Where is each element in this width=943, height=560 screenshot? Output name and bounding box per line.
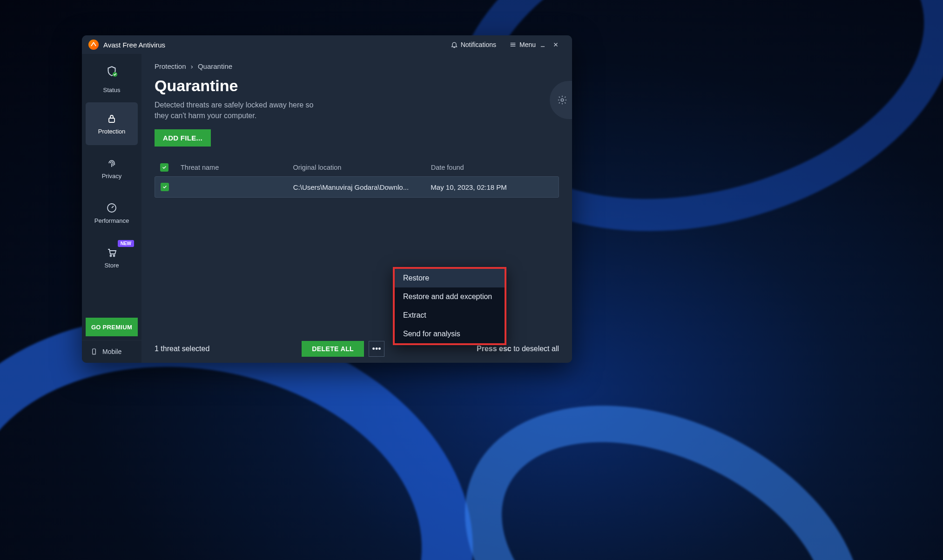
menu-label: Menu xyxy=(519,41,536,48)
menu-item-send-for-analysis[interactable]: Send for analysis xyxy=(395,325,505,343)
sidebar-item-label: Store xyxy=(104,262,119,269)
table-header: Threat name Original location Date found xyxy=(155,159,559,176)
go-premium-button[interactable]: GO PREMIUM xyxy=(86,318,138,336)
esc-hint: Press esc to deselect all xyxy=(477,345,559,353)
sidebar-item-label: Status xyxy=(103,87,121,93)
mobile-label: Mobile xyxy=(102,348,121,355)
lock-icon xyxy=(106,113,117,124)
sidebar-item-status[interactable]: Status xyxy=(86,58,138,100)
sidebar-item-protection[interactable]: Protection xyxy=(86,102,138,145)
add-file-button[interactable]: ADD FILE... xyxy=(155,129,211,147)
esc-hint-rest: to deselect all xyxy=(512,345,559,353)
notifications-label: Notifications xyxy=(461,41,496,48)
svg-rect-1 xyxy=(109,118,115,122)
select-all-checkbox[interactable] xyxy=(160,163,168,172)
sidebar-item-label: Privacy xyxy=(102,173,122,180)
svg-point-6 xyxy=(561,99,564,101)
hamburger-icon xyxy=(509,41,517,48)
shield-icon xyxy=(106,65,118,83)
sidebar-item-store[interactable]: NEW Store xyxy=(86,236,138,279)
gear-icon xyxy=(557,95,567,105)
new-badge: NEW xyxy=(118,240,134,247)
breadcrumb-parent[interactable]: Protection xyxy=(155,62,186,70)
more-actions-menu: Restore Restore and add exception Extrac… xyxy=(393,267,506,345)
breadcrumb-current: Quarantine xyxy=(198,62,232,70)
sidebar-item-label: Protection xyxy=(98,128,126,135)
svg-point-4 xyxy=(114,255,115,256)
fingerprint-icon xyxy=(106,158,117,169)
selection-count: 1 threat selected xyxy=(155,345,209,353)
svg-point-3 xyxy=(110,255,112,256)
kebab-icon: ••• xyxy=(372,344,381,354)
notifications-button[interactable]: Notifications xyxy=(447,39,500,50)
sidebar: Status Protection Privacy Performance xyxy=(82,54,141,363)
more-actions-button[interactable]: ••• xyxy=(369,341,384,357)
col-date-found[interactable]: Date found xyxy=(431,164,553,171)
menu-item-extract[interactable]: Extract xyxy=(395,306,505,325)
col-threat-name[interactable]: Threat name xyxy=(181,164,293,171)
sidebar-item-performance[interactable]: Performance xyxy=(86,192,138,234)
titlebar: Avast Free Antivirus Notifications Menu xyxy=(82,35,572,54)
main-content: Protection › Quarantine Quarantine Detec… xyxy=(141,54,572,363)
table-row[interactable]: C:\Users\Manuviraj Godara\Downlo... May … xyxy=(155,176,559,198)
breadcrumb-separator: › xyxy=(191,62,193,70)
selection-footer: 1 threat selected DELETE ALL ••• Press e… xyxy=(141,335,572,363)
app-window: Avast Free Antivirus Notifications Menu xyxy=(82,35,572,363)
menu-item-restore[interactable]: Restore xyxy=(395,269,505,287)
cell-location: C:\Users\Manuviraj Godara\Downlo... xyxy=(293,183,431,191)
mobile-icon xyxy=(90,347,98,356)
page-title: Quarantine xyxy=(155,77,559,95)
sidebar-item-label: Performance xyxy=(94,217,129,224)
window-title: Avast Free Antivirus xyxy=(103,41,165,49)
avast-logo-icon xyxy=(88,40,99,50)
bell-icon xyxy=(451,41,458,48)
sidebar-item-mobile[interactable]: Mobile xyxy=(82,340,141,363)
esc-hint-bold: Press esc xyxy=(477,345,512,353)
sidebar-item-privacy[interactable]: Privacy xyxy=(86,147,138,190)
page-description: Detected threats are safely locked away … xyxy=(155,100,322,121)
menu-item-restore-add-exception[interactable]: Restore and add exception xyxy=(395,287,505,306)
close-button[interactable] xyxy=(552,41,566,48)
gauge-icon xyxy=(106,202,117,213)
quarantine-table: Threat name Original location Date found… xyxy=(155,159,559,198)
menu-button[interactable]: Menu xyxy=(505,39,539,50)
breadcrumb: Protection › Quarantine xyxy=(155,62,559,70)
cart-icon xyxy=(106,247,117,258)
minimize-button[interactable] xyxy=(539,41,552,48)
delete-all-button[interactable]: DELETE ALL xyxy=(302,341,364,357)
row-checkbox[interactable] xyxy=(161,183,169,191)
cell-date: May 10, 2023, 02:18 PM xyxy=(431,183,553,191)
col-original-location[interactable]: Original location xyxy=(293,164,431,171)
